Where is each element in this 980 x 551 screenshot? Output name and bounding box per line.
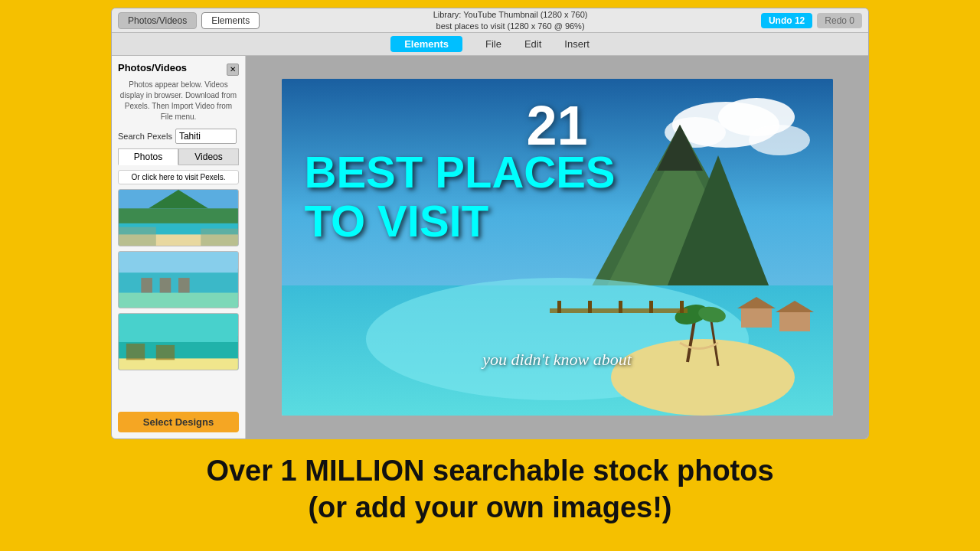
- side-panel: Photos/Videos ✕ Photos appear below. Vid…: [112, 56, 246, 439]
- insert-menu[interactable]: Insert: [564, 38, 590, 50]
- edit-menu[interactable]: Edit: [524, 38, 541, 50]
- photos-tab[interactable]: Photos: [118, 148, 178, 165]
- svg-rect-6: [201, 229, 238, 246]
- menu-bar: Photos/Videos Elements Library: YouTube …: [112, 8, 868, 33]
- svg-rect-11: [160, 278, 172, 292]
- undo-button[interactable]: Undo 12: [761, 13, 812, 28]
- toolbar: Elements File Edit Insert: [112, 33, 868, 56]
- panel-header-row: Photos/Videos ✕: [118, 62, 239, 77]
- panel-title: Photos/Videos: [118, 62, 187, 73]
- main-content: Photos/Videos ✕ Photos appear below. Vid…: [112, 56, 868, 439]
- svg-point-29: [611, 339, 795, 416]
- svg-rect-41: [619, 301, 622, 313]
- svg-rect-34: [741, 308, 772, 328]
- canvas-subtext: you didn't know about: [482, 350, 632, 370]
- pexels-link-button[interactable]: Or click here to visit Pexels.: [118, 170, 239, 184]
- svg-rect-17: [156, 345, 175, 360]
- file-menu[interactable]: File: [485, 38, 501, 50]
- bottom-text-line1: Over 1 MILLION searchable stock photos: [206, 453, 773, 490]
- tab-elements[interactable]: Elements: [201, 12, 260, 29]
- bottom-text-line2: (or add your own images!): [308, 490, 671, 527]
- svg-point-22: [749, 125, 810, 155]
- bottom-banner: Over 1 MILLION searchable stock photos (…: [0, 439, 980, 533]
- videos-tab[interactable]: Videos: [178, 148, 239, 165]
- svg-rect-42: [649, 301, 653, 313]
- photo-grid: [118, 189, 239, 407]
- svg-rect-40: [588, 301, 592, 313]
- app-window: Photos/Videos Elements Library: YouTube …: [111, 8, 869, 439]
- canvas-area: 21 BEST PLACES TO VISIT you didn't know …: [246, 56, 868, 439]
- svg-rect-43: [680, 301, 684, 313]
- svg-rect-16: [126, 344, 145, 360]
- canvas-headline: BEST PLACES TO VISIT: [305, 148, 616, 246]
- svg-rect-10: [141, 278, 152, 292]
- photo-thumb-2[interactable]: [118, 251, 239, 308]
- search-row: Search Pexels: [118, 129, 239, 144]
- elements-toolbar-btn[interactable]: Elements: [390, 36, 462, 52]
- svg-rect-36: [779, 312, 810, 331]
- canvas-inner: 21 BEST PLACES TO VISIT you didn't know …: [282, 79, 833, 416]
- search-label: Search Pexels: [118, 132, 172, 141]
- photo-thumb-3[interactable]: [118, 313, 239, 370]
- redo-button[interactable]: Redo 0: [817, 13, 862, 28]
- svg-rect-39: [557, 301, 561, 313]
- svg-rect-9: [119, 293, 238, 308]
- photo-thumb-1[interactable]: [118, 189, 239, 246]
- search-input[interactable]: [175, 129, 237, 144]
- library-info: Library: YouTube Thumbnail (1280 x 760) …: [264, 9, 756, 31]
- svg-rect-12: [178, 278, 190, 292]
- select-designs-button[interactable]: Select Designs: [118, 412, 239, 432]
- panel-description: Photos appear below. Videos display in b…: [118, 80, 239, 122]
- tab-photos-videos[interactable]: Photos/Videos: [118, 12, 197, 29]
- close-button[interactable]: ✕: [227, 64, 239, 76]
- svg-rect-15: [119, 358, 238, 370]
- svg-rect-5: [119, 227, 156, 246]
- photo-video-tabs: Photos Videos: [118, 148, 239, 165]
